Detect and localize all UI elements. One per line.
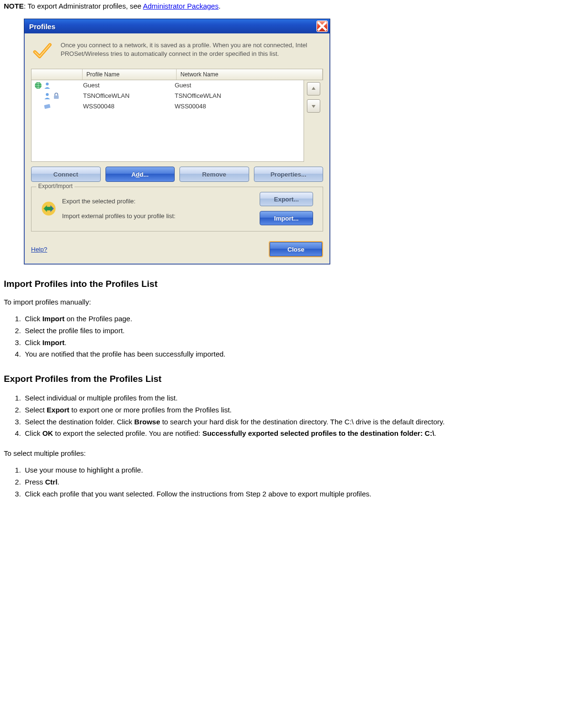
- export-steps-list: Select individual or multiple profiles f…: [23, 393, 583, 439]
- cell-profile-name: WSS00048: [81, 103, 173, 110]
- list-item: Click each profile that you want selecte…: [23, 489, 583, 499]
- note-text-before: : To export Administrator profiles, see: [24, 2, 143, 10]
- list-item: Select Export to export one or more prof…: [23, 405, 583, 415]
- checkmark-icon: [31, 40, 53, 62]
- globe-icon: [34, 82, 42, 89]
- move-up-button[interactable]: [307, 82, 320, 95]
- close-button[interactable]: Close: [269, 241, 323, 257]
- list-item[interactable]: WSS00048 WSS00048: [32, 101, 304, 112]
- note-label: NOTE: [4, 2, 24, 10]
- admin-packages-link[interactable]: Administrator Packages: [143, 2, 219, 10]
- help-link[interactable]: Help?: [31, 246, 47, 253]
- window-title: Profiles: [29, 22, 316, 31]
- close-icon[interactable]: [316, 21, 328, 32]
- card-icon: [43, 103, 51, 110]
- titlebar: Profiles: [24, 19, 330, 33]
- svg-rect-3: [54, 95, 59, 99]
- import-intro-text: To import profiles manually:: [4, 298, 583, 306]
- note-paragraph: NOTE: To export Administrator profiles, …: [4, 2, 583, 10]
- transfer-icon: [37, 199, 60, 218]
- list-item: Click Import.: [23, 337, 583, 348]
- add-button[interactable]: Add...: [105, 167, 175, 182]
- list-item: Use your mouse to highlight a profile.: [23, 465, 583, 475]
- cell-profile-name: Guest: [81, 82, 173, 89]
- header-spacer: [32, 69, 83, 80]
- list-item: Click OK to export the selected profile.…: [23, 428, 583, 439]
- export-section-heading: Export Profiles from the Profiles List: [4, 374, 583, 384]
- dialog-intro-text: Once you connect to a network, it is sav…: [61, 40, 321, 58]
- profiles-list: Profile Name Network Name Guest Guest: [31, 69, 323, 162]
- remove-button[interactable]: Remove: [179, 167, 249, 182]
- export-import-legend: Export/Import: [36, 183, 74, 190]
- list-item: Click Import on the Profiles page.: [23, 314, 583, 324]
- import-label: Import external profiles to your profile…: [62, 212, 260, 220]
- svg-point-1: [46, 83, 49, 85]
- list-item[interactable]: Guest Guest: [32, 80, 304, 91]
- export-button[interactable]: Export...: [260, 192, 313, 206]
- multi-intro-text: To select multiple profiles:: [4, 449, 583, 457]
- list-item[interactable]: TSNOfficeWLAN TSNOfficeWLAN: [32, 91, 304, 101]
- cell-network-name: TSNOfficeWLAN: [173, 92, 304, 100]
- user-icon: [43, 82, 51, 89]
- import-section-heading: Import Profiles into the Profiles List: [4, 279, 583, 289]
- svg-point-2: [46, 93, 49, 96]
- svg-rect-4: [44, 104, 50, 109]
- profiles-dialog: Profiles Once you connect to a network, …: [24, 19, 330, 264]
- cell-profile-name: TSNOfficeWLAN: [81, 92, 173, 100]
- properties-button[interactable]: Properties...: [254, 167, 324, 182]
- import-button[interactable]: Import...: [260, 211, 313, 225]
- cell-network-name: Guest: [173, 82, 304, 89]
- header-profile-name[interactable]: Profile Name: [83, 69, 177, 80]
- list-body[interactable]: Guest Guest TSNOfficeWLAN TSNOfficeWLAN: [31, 80, 304, 162]
- list-item: You are notified that the profile has be…: [23, 349, 583, 359]
- list-item: Select the profile files to import.: [23, 326, 583, 336]
- list-header: Profile Name Network Name: [31, 69, 323, 80]
- import-steps-list: Click Import on the Profiles page. Selec…: [23, 314, 583, 359]
- connect-button[interactable]: Connect: [31, 167, 101, 182]
- export-label: Export the selected profile:: [62, 198, 260, 205]
- multi-steps-list: Use your mouse to highlight a profile. P…: [23, 465, 583, 499]
- note-text-after: .: [219, 2, 220, 10]
- header-network-name[interactable]: Network Name: [177, 69, 323, 80]
- cell-network-name: WSS00048: [173, 103, 304, 110]
- profiles-dialog-screenshot: Profiles Once you connect to a network, …: [24, 19, 583, 264]
- move-down-button[interactable]: [307, 99, 320, 113]
- list-item: Press Ctrl.: [23, 477, 583, 487]
- export-import-group: Export/Import Export the selected profil…: [31, 187, 323, 232]
- list-item: Select individual or multiple profiles f…: [23, 393, 583, 403]
- user-icon: [43, 92, 51, 100]
- list-item: Select the destination folder. Click Bro…: [23, 417, 583, 427]
- lock-icon: [52, 92, 60, 100]
